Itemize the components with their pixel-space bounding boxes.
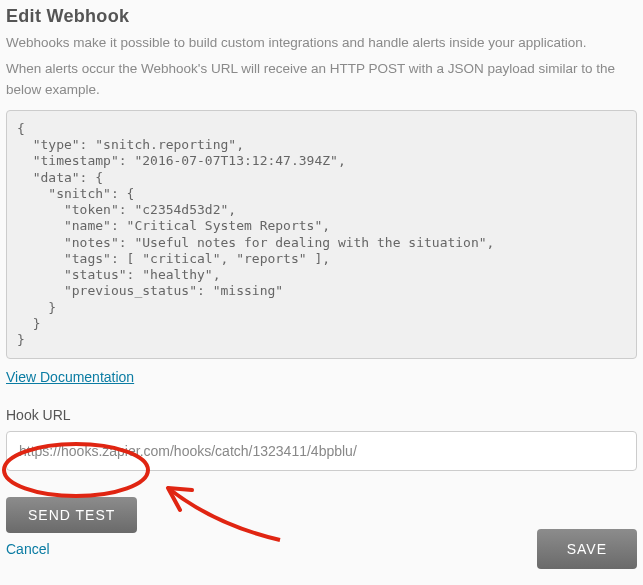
dialog-title: Edit Webhook bbox=[6, 6, 637, 27]
dialog-description-2: When alerts occur the Webhook's URL will… bbox=[6, 59, 637, 100]
dialog-description-1: Webhooks make it possible to build custo… bbox=[6, 33, 637, 53]
hook-url-label: Hook URL bbox=[6, 407, 637, 423]
save-button[interactable]: SAVE bbox=[537, 529, 637, 569]
json-payload-sample: { "type": "snitch.reporting", "timestamp… bbox=[6, 110, 637, 360]
view-documentation-link[interactable]: View Documentation bbox=[6, 369, 134, 385]
cancel-link[interactable]: Cancel bbox=[6, 541, 50, 557]
send-test-button[interactable]: SEND TEST bbox=[6, 497, 137, 533]
hook-url-input[interactable] bbox=[6, 431, 637, 471]
